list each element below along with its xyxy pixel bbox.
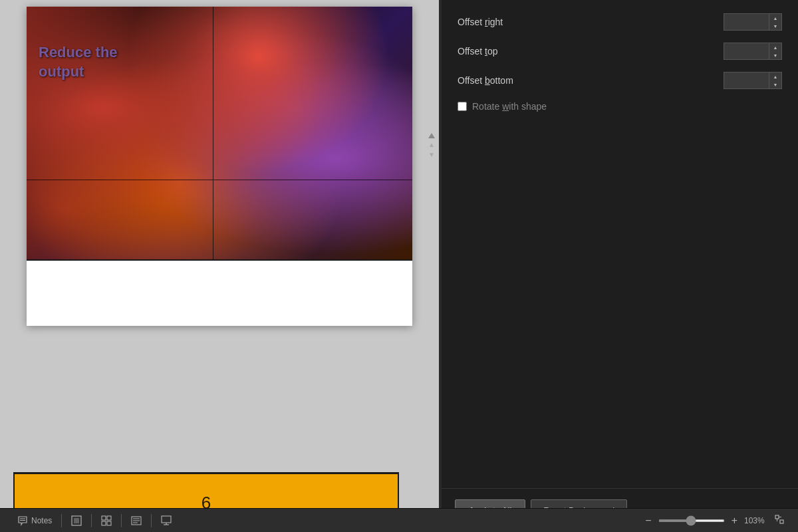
- zoom-group: − + 103%: [642, 514, 787, 527]
- view-presenter-icon: [161, 515, 172, 526]
- offset-bottom-up[interactable]: ▲: [769, 72, 781, 80]
- view-grid-button[interactable]: [94, 515, 118, 526]
- zoom-percent-label: 103%: [744, 516, 767, 525]
- offset-top-down[interactable]: ▼: [769, 51, 781, 59]
- svg-rect-16: [775, 515, 779, 519]
- zoom-slider[interactable]: [658, 519, 725, 522]
- offset-right-down[interactable]: ▼: [769, 22, 781, 30]
- offset-bottom-row: Offset bottom -34% ▲ ▼: [458, 72, 782, 89]
- fit-page-button[interactable]: [771, 514, 787, 527]
- offset-right-row: Offset right 0% ▲ ▼: [458, 13, 782, 31]
- status-divider-2: [91, 514, 92, 527]
- notes-icon: [17, 515, 28, 526]
- slide-wrapper: Reduce the output: [27, 7, 412, 326]
- slide-text-overlay: Reduce the output: [39, 43, 118, 81]
- offset-bottom-arrows: ▲ ▼: [769, 72, 782, 89]
- zoom-in-button[interactable]: +: [729, 515, 740, 526]
- status-divider-4: [151, 514, 152, 527]
- offset-top-spinner: -34% ▲ ▼: [724, 43, 782, 60]
- offset-top-row: Offset top -34% ▲ ▼: [458, 43, 782, 60]
- offset-bottom-input[interactable]: -34%: [724, 72, 769, 89]
- offset-bottom-spinner: -34% ▲ ▼: [724, 72, 782, 89]
- status-divider-1: [61, 514, 62, 527]
- svg-rect-17: [780, 520, 783, 523]
- view-normal-button[interactable]: [65, 515, 88, 526]
- offset-right-label: Offset right: [458, 17, 503, 27]
- slide-canvas: Reduce the output ▲ ▼: [0, 0, 439, 462]
- offset-top-arrows: ▲ ▼: [769, 43, 782, 60]
- svg-rect-7: [102, 521, 106, 525]
- offset-right-input[interactable]: 0%: [724, 13, 769, 31]
- panel-spacer: [458, 124, 782, 475]
- rotate-with-shape-row: Rotate with shape: [458, 101, 782, 112]
- view-outline-button[interactable]: [124, 515, 148, 526]
- offset-top-label: Offset top: [458, 46, 497, 57]
- slide-text-line2: output: [39, 63, 118, 82]
- notes-label: Notes: [31, 516, 52, 525]
- fit-page-icon: [774, 514, 785, 525]
- view-presenter-button[interactable]: [154, 515, 178, 526]
- slide-text-line1: Reduce the: [39, 43, 118, 63]
- presentation-area: Reduce the output ▲ ▼ 6: [0, 0, 439, 532]
- properties-panel: Offset right 0% ▲ ▼ Offset top -34%: [442, 0, 798, 488]
- offset-right-up[interactable]: ▲: [769, 14, 781, 22]
- rotate-with-shape-checkbox[interactable]: [458, 102, 467, 111]
- notes-button[interactable]: Notes: [11, 515, 59, 526]
- scroll-person-down-icon[interactable]: ▼: [428, 151, 435, 158]
- slide-white-area: [27, 259, 412, 326]
- svg-rect-13: [162, 516, 171, 523]
- svg-rect-4: [74, 518, 79, 523]
- svg-rect-5: [102, 516, 106, 520]
- view-normal-icon: [71, 515, 82, 526]
- svg-rect-8: [107, 521, 111, 525]
- offset-top-input[interactable]: -34%: [724, 43, 769, 60]
- rotate-with-shape-label: Rotate with shape: [472, 101, 547, 112]
- scroll-up-arrow[interactable]: [428, 133, 435, 138]
- view-grid-icon: [101, 515, 112, 526]
- right-panel: Offset right 0% ▲ ▼ Offset top -34%: [442, 0, 798, 532]
- zoom-out-button[interactable]: −: [642, 515, 654, 526]
- slide-scroll-controls: ▲ ▼: [428, 133, 435, 158]
- scroll-person-up-icon[interactable]: ▲: [428, 141, 435, 148]
- svg-rect-6: [107, 516, 111, 520]
- status-divider-3: [121, 514, 122, 527]
- offset-right-arrows: ▲ ▼: [769, 13, 782, 31]
- offset-bottom-label: Offset bottom: [458, 75, 513, 86]
- offset-bottom-down[interactable]: ▼: [769, 80, 781, 88]
- offset-right-spinner: 0% ▲ ▼: [724, 13, 782, 31]
- status-bar: Notes −: [0, 508, 798, 532]
- offset-top-up[interactable]: ▲: [769, 43, 781, 51]
- slide-image-area: Reduce the output: [27, 7, 412, 259]
- view-outline-icon: [131, 515, 142, 526]
